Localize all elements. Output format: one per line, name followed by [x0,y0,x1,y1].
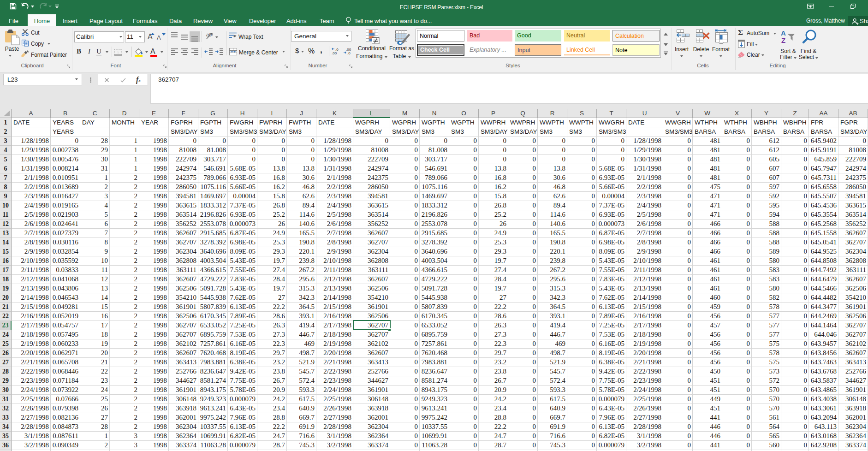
svg-text:.0: .0 [347,51,351,55]
svg-text:A: A [781,29,786,37]
svg-text:.00: .00 [332,51,337,55]
svg-text:ab: ab [206,32,212,37]
svg-text:Z: Z [781,36,785,44]
